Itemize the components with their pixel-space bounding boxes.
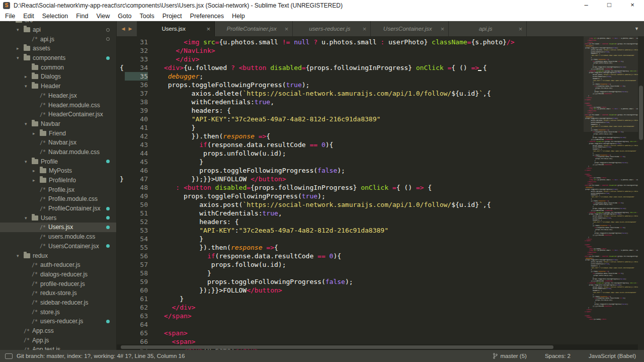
tab-close-icon[interactable]: ×: [284, 26, 288, 32]
tab-close-icon[interactable]: ×: [206, 26, 210, 32]
minimize-icon[interactable]: –: [575, 0, 598, 11]
sidebar-item-App.test.js[interactable]: /*App.test.js: [0, 345, 116, 350]
code-line[interactable]: 37 axios.delete(`https://social-network.…: [117, 89, 514, 98]
sidebar-item-src[interactable]: ▾src: [0, 21, 116, 25]
tab-close-icon[interactable]: ×: [440, 26, 444, 32]
code-line[interactable]: {34 <div>{u.followed ? <button disabled=…: [117, 63, 514, 72]
folder-arrow-icon[interactable]: ▾: [17, 27, 24, 32]
tab-api.js[interactable]: api.js×: [449, 21, 527, 36]
close-icon[interactable]: ×: [621, 0, 644, 11]
sidebar-item-redux-store.js[interactable]: /*redux-store.js: [0, 288, 116, 298]
code-line[interactable]: 32 </NavLink>: [117, 46, 514, 55]
minimap[interactable]: <img src={u.photos.small != null ? u.pho…: [584, 36, 638, 344]
code-line[interactable]: 41 }: [117, 123, 514, 132]
menu-project[interactable]: Project: [158, 13, 186, 20]
sidebar-item-users-reducer.js[interactable]: /*users-reducer.js: [0, 317, 116, 326]
code-line[interactable]: 63 </span>: [117, 312, 514, 320]
sidebar-item-users.module.css[interactable]: /*users.module.css: [0, 232, 116, 242]
code-line[interactable]: 46 props.toggleFollowingProgress(false);: [117, 166, 514, 175]
sidebar-item-Navbar.jsx[interactable]: /*Navbar.jsx: [0, 138, 116, 148]
sidebar-item-Navbar[interactable]: ▾Navbar: [0, 119, 116, 129]
menu-edit[interactable]: Edit: [19, 13, 38, 20]
code-line[interactable]: 53 "API-KEY":"37c2eea5-49a7-4a82-812d-21…: [117, 226, 514, 235]
folder-arrow-icon[interactable]: ▾: [9, 21, 16, 23]
menu-selection[interactable]: Selection: [38, 13, 72, 20]
folder-arrow-icon[interactable]: ▸: [33, 168, 40, 173]
menu-goto[interactable]: Goto: [114, 13, 135, 20]
tab-Users.jsx[interactable]: Users.jsx×: [137, 21, 215, 36]
menu-tools[interactable]: Tools: [135, 13, 158, 20]
folder-arrow-icon[interactable]: ▸: [33, 131, 40, 136]
sidebar-item-Navbar.module.css[interactable]: /*Navbar.module.css: [0, 148, 116, 157]
sidebar-item-auth-reducer.js[interactable]: /*auth-reducer.js: [0, 260, 116, 270]
folder-arrow-icon[interactable]: ▸: [25, 74, 32, 79]
code-line[interactable]: 56 if(response.data.resultCode == 0){: [117, 252, 514, 260]
menu-view[interactable]: View: [92, 13, 114, 20]
code-line[interactable]: 57 props.follow(u.id);: [117, 260, 514, 269]
sidebar-item-Users[interactable]: ▾Users: [0, 213, 116, 223]
folder-arrow-icon[interactable]: ▾: [25, 121, 32, 126]
code-line[interactable]: 31 <img src={u.photos.small != null ? u.…: [117, 38, 514, 46]
sidebar-item-MyPosts[interactable]: ▸MyPosts: [0, 166, 116, 176]
menu-help[interactable]: Help: [228, 13, 249, 20]
tab-nav-back-icon[interactable]: ◀: [122, 26, 125, 31]
status-javascript-babel-[interactable]: JavaScript (Babel): [589, 353, 636, 359]
folder-arrow-icon[interactable]: ▾: [17, 253, 24, 258]
maximize-icon[interactable]: □: [598, 0, 621, 11]
status-panel-icon[interactable]: [5, 353, 13, 359]
tab-close-icon[interactable]: ×: [362, 26, 366, 32]
vertical-scrollbar[interactable]: [638, 36, 644, 344]
code-line[interactable]: 39 headers: {: [117, 106, 514, 115]
code-line[interactable]: 35 debugger;: [117, 72, 514, 81]
sidebar-item-assets[interactable]: ▸assets: [0, 44, 116, 53]
sidebar-item-components[interactable]: ▾components: [0, 53, 116, 63]
code-line[interactable]: 42 }).then(response =>{: [117, 132, 514, 140]
status-spaces-2[interactable]: Spaces: 2: [545, 353, 571, 359]
sidebar-item-Dialogs[interactable]: ▸Dialogs: [0, 72, 116, 82]
code-line[interactable]: 64: [117, 320, 514, 329]
code-line[interactable]: 45 }: [117, 158, 514, 166]
code-line[interactable]: 49 props.toggleFollowingProgress(true);: [117, 192, 514, 200]
sidebar-item-Header.module.css[interactable]: /*Header.module.css: [0, 100, 116, 110]
sidebar-item-Header.jsx[interactable]: /*Header.jsx: [0, 91, 116, 101]
sidebar-item-Profile.jsx[interactable]: /*Profile.jsx: [0, 185, 116, 194]
code-line[interactable]: 44 props.unfollow(u.id);: [117, 149, 514, 158]
sidebar-item-App.css[interactable]: /*App.css: [0, 326, 116, 336]
tab-nav-forward-icon[interactable]: ▶: [129, 26, 132, 31]
code-area[interactable]: 31 <img src={u.photos.small != null ? u.…: [117, 36, 644, 350]
code-line[interactable]: 48 : <button disabled={props.followingIn…: [117, 183, 514, 192]
folder-arrow-icon[interactable]: ▾: [25, 215, 32, 221]
sidebar-item-ProfileContainer.jsx[interactable]: /*ProfileContainer.jsx: [0, 204, 116, 213]
tab-close-icon[interactable]: ×: [518, 26, 522, 32]
code-line[interactable]: 60 });}}>FOLLOW</button>: [117, 286, 514, 295]
code-line[interactable]: 40 "API-KEY":"37c2eea5-49a7-4a82-812d-21…: [117, 115, 514, 123]
sidebar-item-Header[interactable]: ▾Header: [0, 82, 116, 91]
code-line[interactable]: 52 headers: {: [117, 218, 514, 226]
code-line[interactable]: 58 }: [117, 269, 514, 277]
folder-arrow-icon[interactable]: ▾: [25, 84, 32, 89]
sidebar-item-common[interactable]: common: [0, 62, 116, 72]
menu-find[interactable]: Find: [72, 13, 92, 20]
status-master-5-[interactable]: master (5): [493, 353, 526, 359]
sidebar-item-UsersContainer.jsx[interactable]: /*UsersContainer.jsx: [0, 242, 116, 251]
sidebar-item-profile-reducer.js[interactable]: /*profile-reducer.js: [0, 279, 116, 288]
code-line[interactable]: }47 });}}>UNFOLLOW </button>: [117, 175, 514, 183]
code-line[interactable]: 43 if(response.data.resultCode == 0){: [117, 140, 514, 149]
vertical-scrollbar-thumb[interactable]: [639, 86, 643, 140]
code-line[interactable]: 33 </div>: [117, 55, 514, 63]
sidebar-item-Users.jsx[interactable]: /*Users.jsx: [0, 223, 116, 232]
sidebar-item-HeaderContainer.jsx[interactable]: /*HeaderContainer.jsx: [0, 110, 116, 119]
code-line[interactable]: 62 </div>: [117, 303, 514, 312]
tab-users-reducer.js[interactable]: users-reducer.js×: [293, 21, 371, 36]
tab-UsersContainer.jsx[interactable]: UsersContainer.jsx×: [371, 21, 449, 36]
sidebar-item-store.js[interactable]: /*store.js: [0, 307, 116, 317]
sidebar-item-ProfileInfo[interactable]: ▸ProfileInfo: [0, 176, 116, 185]
code-line[interactable]: 51 withCredentials:true,: [117, 209, 514, 218]
menu-preferences[interactable]: Preferences: [186, 13, 228, 20]
folder-arrow-icon[interactable]: ▸: [33, 178, 40, 183]
sidebar-item-api.js[interactable]: /*api.js: [0, 34, 116, 44]
menu-file[interactable]: File: [1, 13, 19, 20]
horizontal-scrollbar[interactable]: [117, 344, 638, 350]
sidebar-item-Profile.module.css[interactable]: /*Profile.module.css: [0, 194, 116, 204]
tab-overflow-icon[interactable]: ▼: [634, 21, 639, 36]
